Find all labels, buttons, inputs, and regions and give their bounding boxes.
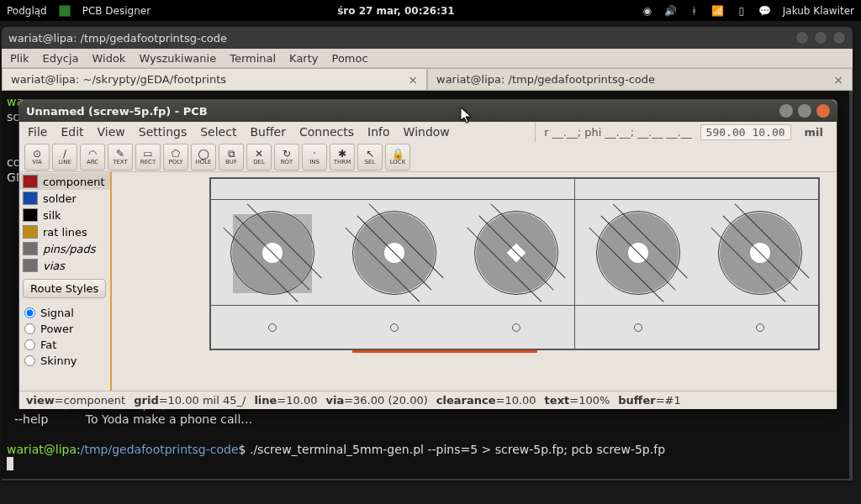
tool-ins[interactable]: ·INS bbox=[302, 144, 327, 171]
tool-rect[interactable]: ▭RECT bbox=[135, 144, 161, 171]
menu-terminal[interactable]: Terminal bbox=[230, 52, 276, 65]
menu-buffer[interactable]: Buffer bbox=[250, 125, 286, 139]
arc-icon: ◠ bbox=[88, 149, 97, 159]
tool-hole[interactable]: ◯HOLE bbox=[191, 144, 216, 171]
tool-label: RECT bbox=[140, 159, 156, 165]
bluetooth-icon[interactable]: ᚼ bbox=[689, 5, 700, 17]
tab-close-icon[interactable]: × bbox=[408, 73, 418, 87]
pad-3[interactable] bbox=[476, 213, 557, 293]
clock[interactable]: śro 27 mar, 00:26:31 bbox=[151, 5, 642, 17]
layer-swatch bbox=[23, 259, 38, 272]
menu-file[interactable]: File bbox=[28, 125, 47, 139]
route-radio[interactable] bbox=[24, 307, 35, 318]
rect-icon: ▭ bbox=[143, 149, 152, 159]
layer-silk[interactable]: silk bbox=[19, 207, 110, 223]
term-line: sc bbox=[7, 110, 19, 123]
menu-pomoc[interactable]: Pomoc bbox=[332, 52, 368, 65]
tool-buf[interactable]: ⧉BUF bbox=[219, 144, 244, 171]
route-fat[interactable]: Fat bbox=[24, 337, 105, 353]
battery-icon[interactable]: ▯ bbox=[736, 5, 747, 17]
pad-1[interactable] bbox=[232, 213, 313, 293]
tab-close-icon[interactable]: × bbox=[833, 73, 843, 87]
tool-via[interactable]: ⊙VIA bbox=[24, 144, 50, 171]
pin-marker-4 bbox=[634, 323, 642, 332]
route-styles-button[interactable]: Route Styles bbox=[23, 279, 106, 298]
route-skinny[interactable]: Skinny bbox=[24, 353, 105, 369]
wifi-icon[interactable]: 📶 bbox=[712, 5, 724, 17]
pcb-window: Unnamed (screw-5p.fp) - PCB File Edit Vi… bbox=[18, 99, 837, 408]
user-menu[interactable]: Jakub Klawiter bbox=[783, 5, 854, 17]
menu-connects[interactable]: Connects bbox=[299, 125, 354, 139]
layer-pins-pads[interactable]: pins/pads bbox=[19, 240, 110, 257]
terminal-tab-0[interactable]: wariat@lipa: ~/skrypty/gEDA/footprints × bbox=[2, 68, 427, 91]
menu-edycja[interactable]: Edycja bbox=[43, 52, 79, 65]
tool-arc[interactable]: ◠ARC bbox=[80, 144, 105, 171]
minimize-button[interactable] bbox=[779, 104, 793, 118]
terminal-tabs: wariat@lipa: ~/skrypty/gEDA/footprints ×… bbox=[2, 67, 853, 91]
status-line-k: line bbox=[254, 394, 277, 407]
tool-poly[interactable]: ⬠POLY bbox=[163, 144, 188, 171]
pcb-canvas-area[interactable] bbox=[112, 172, 837, 391]
app-menu[interactable]: PCB Designer bbox=[82, 5, 151, 17]
close-button[interactable] bbox=[832, 31, 846, 45]
menu-plik[interactable]: Plik bbox=[10, 52, 29, 65]
terminal-tab-1[interactable]: wariat@lipa: /tmp/gedafootprintsg-code × bbox=[427, 68, 853, 91]
menu-settings[interactable]: Settings bbox=[139, 125, 187, 139]
ins-icon: · bbox=[313, 149, 316, 159]
coord-unit[interactable]: mil bbox=[800, 126, 828, 139]
pcb-canvas[interactable] bbox=[209, 177, 820, 350]
menu-edit[interactable]: Edit bbox=[61, 125, 83, 139]
menu-window[interactable]: Window bbox=[404, 125, 450, 139]
pcb-titlebar[interactable]: Unnamed (screw-5p.fp) - PCB bbox=[19, 100, 837, 122]
route-power[interactable]: Power bbox=[24, 321, 105, 337]
mouse-cursor-icon bbox=[461, 108, 473, 124]
tool-lock[interactable]: 🔒LOCK bbox=[385, 144, 410, 171]
menu-widok[interactable]: Widok bbox=[92, 52, 125, 65]
menu-select[interactable]: Select bbox=[200, 125, 236, 139]
pad-2[interactable] bbox=[354, 213, 435, 293]
route-radio[interactable] bbox=[24, 355, 35, 366]
minimize-button[interactable] bbox=[795, 31, 809, 45]
menu-wyszukiwanie[interactable]: Wyszukiwanie bbox=[139, 52, 216, 65]
layer-rat-lines[interactable]: rat lines bbox=[19, 223, 110, 240]
pad-4[interactable] bbox=[598, 213, 679, 293]
pcb-title: Unnamed (screw-5p.fp) - PCB bbox=[26, 105, 208, 118]
status-grid-k: grid bbox=[134, 394, 158, 407]
tool-text[interactable]: ✎TEXT bbox=[108, 144, 133, 171]
menu-info[interactable]: Info bbox=[367, 125, 390, 139]
layer-vias[interactable]: vias bbox=[19, 257, 110, 274]
chat-icon[interactable]: 💬 bbox=[759, 5, 771, 17]
accessibility-icon[interactable]: ◉ bbox=[642, 5, 653, 17]
status-grid-v: =10.00 mil 45_/ bbox=[159, 394, 246, 407]
pin-marker-3 bbox=[512, 323, 520, 332]
tool-del[interactable]: ✕DEL bbox=[246, 144, 272, 171]
close-button[interactable] bbox=[816, 104, 830, 118]
route-radio[interactable] bbox=[24, 323, 35, 334]
menu-view[interactable]: View bbox=[98, 125, 125, 139]
tool-sel[interactable]: ↖SEL bbox=[357, 144, 383, 171]
layer-solder[interactable]: solder bbox=[19, 190, 110, 207]
tool-line[interactable]: /LINE bbox=[52, 144, 77, 171]
sel-icon: ↖ bbox=[366, 149, 374, 159]
maximize-button[interactable] bbox=[798, 104, 811, 118]
menu-karty[interactable]: Karty bbox=[289, 52, 318, 65]
prompt-cmd: ./screw_terminal_5mm-gen.pl --pins=5 > s… bbox=[246, 443, 666, 456]
terminal-titlebar[interactable]: wariat@lipa: /tmp/gedafootprintsg-code bbox=[2, 27, 853, 49]
tool-label: SEL bbox=[365, 159, 376, 165]
layer-component[interactable]: component bbox=[19, 173, 110, 190]
layer-swatch bbox=[23, 175, 38, 188]
layer-label: solder bbox=[43, 192, 77, 205]
status-buffer-k: buffer bbox=[618, 394, 655, 407]
route-radio[interactable] bbox=[24, 339, 35, 350]
status-clearance-v: =10.00 bbox=[496, 394, 536, 407]
volume-icon[interactable]: 🔊 bbox=[665, 5, 677, 17]
tool-thrm[interactable]: ✱THRM bbox=[330, 144, 355, 171]
route-signal[interactable]: Signal bbox=[24, 305, 105, 321]
pad-5[interactable] bbox=[720, 213, 800, 293]
status-text-v: =100% bbox=[569, 394, 610, 407]
tool-rot[interactable]: ↻ROT bbox=[274, 144, 299, 171]
maximize-button[interactable] bbox=[814, 31, 827, 45]
route-label: Fat bbox=[40, 339, 56, 351]
activities-button[interactable]: Podgląd bbox=[7, 5, 47, 17]
rot-icon: ↻ bbox=[283, 149, 291, 159]
